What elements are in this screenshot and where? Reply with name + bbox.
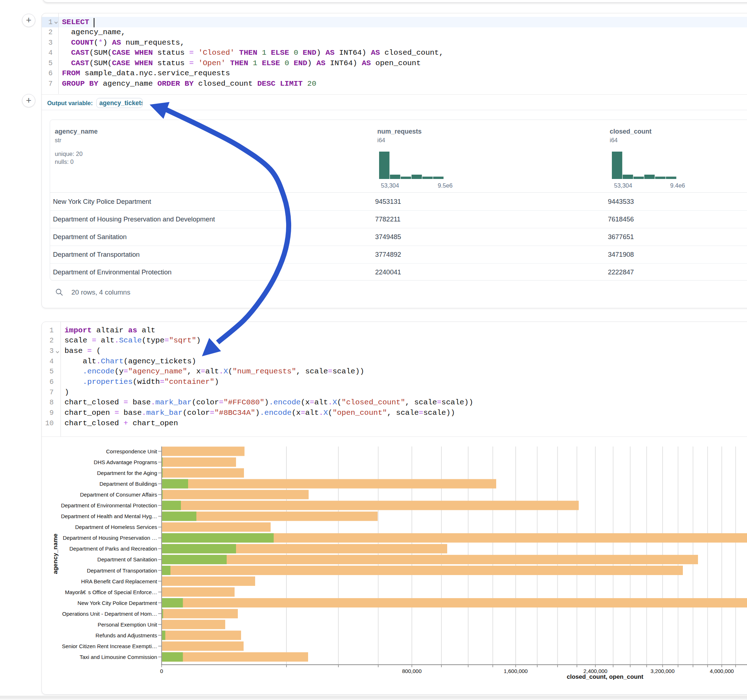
svg-text:Department of Housing Preserva: Department of Housing Preservation … xyxy=(63,535,157,541)
svg-text:Department of Transportation: Department of Transportation xyxy=(87,567,157,573)
svg-text:4,000,000: 4,000,000 xyxy=(710,668,734,674)
svg-text:DHS Advantage Programs: DHS Advantage Programs xyxy=(94,459,157,465)
svg-text:Department of Sanitation: Department of Sanitation xyxy=(97,556,157,563)
svg-text:Refunds and Adjustments: Refunds and Adjustments xyxy=(95,632,157,638)
svg-text:Department of Health and Menta: Department of Health and Mental Hyg… xyxy=(61,513,157,519)
svg-text:Taxi and Limousine Commission: Taxi and Limousine Commission xyxy=(80,654,157,660)
svg-text:0: 0 xyxy=(160,668,163,674)
svg-text:1,600,000: 1,600,000 xyxy=(504,668,528,674)
svg-text:New York City Police Departmen: New York City Police Department xyxy=(77,600,157,606)
svg-text:agency_name: agency_name xyxy=(52,534,59,574)
svg-text:3,200,000: 3,200,000 xyxy=(650,668,674,674)
svg-text:Correspondence Unit: Correspondence Unit xyxy=(106,448,157,454)
svg-text:Operations Unit - Department o: Operations Unit - Department of Hom… xyxy=(62,611,157,617)
svg-text:closed_count, open_count: closed_count, open_count xyxy=(567,673,644,680)
svg-text:Mayorâ€ s Office of Special E: Mayorâ€ s Office of Special Enforce… xyxy=(65,589,157,595)
svg-text:Department of Buildings: Department of Buildings xyxy=(100,481,157,487)
svg-text:Department of Parks and Recrea: Department of Parks and Recreation xyxy=(70,546,157,552)
svg-text:Department of Consumer Affairs: Department of Consumer Affairs xyxy=(80,492,157,498)
svg-text:Department of Environmental Pr: Department of Environmental Protection xyxy=(61,502,157,508)
svg-text:HRA Benefit Card Replacement: HRA Benefit Card Replacement xyxy=(81,578,157,584)
svg-text:Department for the Aging: Department for the Aging xyxy=(97,470,157,476)
svg-text:800,000: 800,000 xyxy=(402,668,422,674)
svg-text:Personal Exemption Unit: Personal Exemption Unit xyxy=(98,622,157,628)
svg-text:Department of Homeless Service: Department of Homeless Services xyxy=(75,524,157,530)
svg-text:2,400,000: 2,400,000 xyxy=(584,668,608,674)
svg-text:Senior Citizen Rent Increase E: Senior Citizen Rent Increase Exempti… xyxy=(62,643,157,649)
